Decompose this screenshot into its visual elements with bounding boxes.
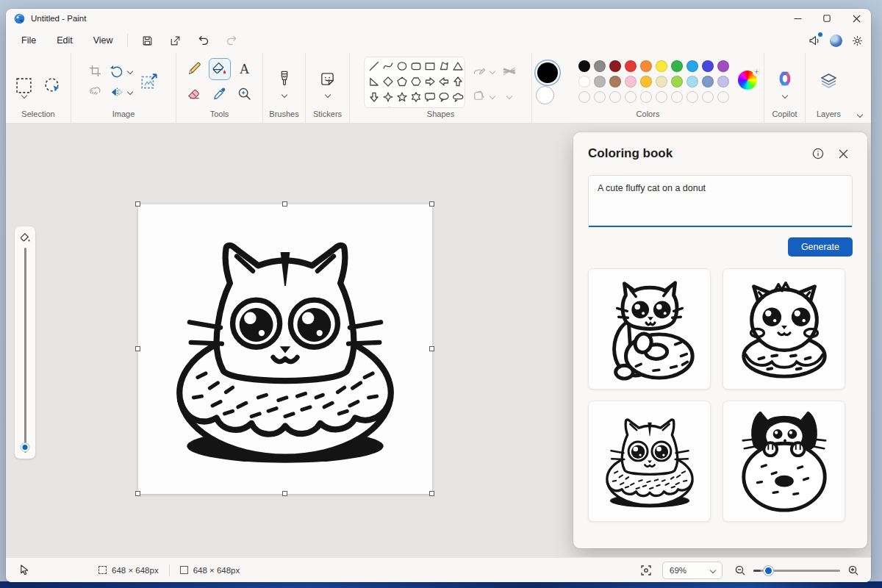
zoom-out-icon[interactable] bbox=[734, 564, 746, 576]
secondary-color-swatch[interactable] bbox=[536, 86, 554, 104]
rotate-dropdown-chevron[interactable] bbox=[127, 68, 133, 74]
feedback-icon[interactable] bbox=[808, 34, 821, 47]
menu-view[interactable]: View bbox=[85, 32, 121, 49]
shape-curve[interactable] bbox=[381, 60, 395, 73]
palette-empty-slot[interactable] bbox=[625, 91, 637, 103]
copilot-icon[interactable] bbox=[775, 69, 795, 88]
menu-edit[interactable]: Edit bbox=[49, 32, 81, 49]
magnifier-icon[interactable] bbox=[237, 86, 252, 101]
zoom-slider[interactable] bbox=[753, 565, 840, 576]
palette-color-swatch[interactable] bbox=[625, 60, 637, 72]
minimize-button[interactable] bbox=[783, 9, 812, 28]
layers-icon[interactable] bbox=[819, 71, 839, 91]
shape-lightning[interactable] bbox=[381, 106, 395, 108]
palette-empty-slot[interactable] bbox=[671, 91, 683, 103]
shape-right-triangle[interactable] bbox=[368, 75, 381, 88]
shape-fill-icon[interactable] bbox=[473, 89, 487, 103]
palette-color-swatch[interactable] bbox=[578, 60, 590, 72]
save-icon[interactable] bbox=[137, 31, 159, 50]
prompt-input[interactable]: A cute fluffy cat on a donut bbox=[588, 175, 853, 227]
zoom-in-icon[interactable] bbox=[847, 564, 859, 576]
brushes-dropdown-chevron[interactable] bbox=[281, 92, 287, 98]
stickers-icon[interactable] bbox=[319, 71, 336, 87]
shape-four-point-star[interactable] bbox=[381, 90, 395, 104]
shape-oval[interactable] bbox=[395, 60, 409, 73]
tolerance-slider-track[interactable] bbox=[24, 248, 26, 453]
primary-color-swatch[interactable] bbox=[537, 62, 558, 83]
palette-color-swatch[interactable] bbox=[702, 60, 714, 72]
palette-color-swatch[interactable] bbox=[717, 60, 729, 72]
eraser-icon[interactable] bbox=[187, 86, 202, 101]
shape-triangle[interactable] bbox=[451, 60, 465, 73]
palette-empty-slot[interactable] bbox=[640, 91, 652, 103]
palette-color-swatch[interactable] bbox=[717, 76, 729, 87]
shape-rounded-speech-bubble[interactable] bbox=[423, 90, 437, 104]
maximize-button[interactable] bbox=[812, 9, 842, 28]
outline-dropdown-chevron[interactable] bbox=[489, 68, 495, 74]
selection-handle-w[interactable] bbox=[135, 346, 140, 351]
eyedropper-icon[interactable] bbox=[212, 86, 227, 101]
shape-six-point-star[interactable] bbox=[409, 90, 423, 104]
settings-gear-icon[interactable] bbox=[851, 35, 864, 47]
shape-left-arrow[interactable] bbox=[437, 75, 451, 88]
selection-handle-ne[interactable] bbox=[429, 201, 434, 207]
tolerance-slider-thumb[interactable] bbox=[21, 443, 29, 451]
selection-handle-nw[interactable] bbox=[135, 201, 140, 207]
redo-icon[interactable] bbox=[220, 31, 243, 50]
brushes-icon[interactable] bbox=[276, 70, 293, 87]
palette-empty-slot[interactable] bbox=[702, 91, 714, 103]
thickness-dropdown-chevron[interactable] bbox=[506, 93, 512, 98]
close-button[interactable] bbox=[842, 9, 871, 28]
palette-color-swatch[interactable] bbox=[640, 76, 652, 87]
fill-dropdown-chevron[interactable] bbox=[489, 93, 495, 98]
zoom-level-dropdown[interactable]: 69% bbox=[662, 562, 723, 579]
shape-rectangle[interactable] bbox=[423, 60, 437, 73]
shape-heart[interactable] bbox=[368, 106, 381, 108]
shape-polygon[interactable] bbox=[437, 60, 451, 73]
copilot-dropdown-chevron[interactable] bbox=[781, 93, 787, 98]
shape-five-point-star[interactable] bbox=[395, 90, 409, 104]
drawing-canvas[interactable] bbox=[138, 204, 432, 494]
shape-cloud-speech-bubble[interactable] bbox=[451, 90, 465, 104]
generate-button[interactable]: Generate bbox=[788, 237, 853, 257]
palette-color-swatch[interactable] bbox=[656, 76, 667, 87]
zoom-slider-thumb[interactable] bbox=[764, 566, 773, 576]
text-tool-icon[interactable]: A bbox=[240, 61, 250, 77]
palette-empty-slot[interactable] bbox=[717, 91, 729, 103]
thumbnail-4[interactable] bbox=[723, 401, 845, 522]
pencil-icon[interactable] bbox=[187, 61, 202, 76]
palette-color-swatch[interactable] bbox=[686, 76, 698, 87]
palette-empty-slot[interactable] bbox=[686, 91, 698, 103]
ribbon-collapse-chevron[interactable] bbox=[857, 112, 863, 118]
selection-handle-n[interactable] bbox=[282, 201, 287, 207]
flip-dropdown-chevron[interactable] bbox=[127, 88, 133, 94]
edit-colors-wheel-icon[interactable]: + bbox=[738, 71, 760, 93]
palette-color-swatch[interactable] bbox=[594, 76, 606, 87]
selection-handle-se[interactable] bbox=[429, 491, 434, 496]
shape-hexagon[interactable] bbox=[409, 75, 423, 88]
palette-color-swatch[interactable] bbox=[686, 60, 698, 72]
shape-line[interactable] bbox=[368, 60, 381, 73]
shape-up-arrow[interactable] bbox=[451, 75, 465, 88]
selection-handle-s[interactable] bbox=[282, 491, 287, 496]
palette-color-swatch[interactable] bbox=[702, 76, 714, 87]
panel-close-icon[interactable] bbox=[833, 144, 853, 163]
shape-diamond[interactable] bbox=[381, 75, 395, 88]
shape-right-arrow[interactable] bbox=[423, 75, 437, 88]
info-icon[interactable] bbox=[808, 144, 828, 163]
palette-color-swatch[interactable] bbox=[609, 60, 621, 72]
shape-outline-icon[interactable] bbox=[473, 65, 487, 79]
selection-handle-e[interactable] bbox=[429, 346, 434, 351]
flip-icon[interactable] bbox=[110, 85, 124, 99]
thumbnail-3[interactable] bbox=[588, 401, 711, 522]
palette-color-swatch[interactable] bbox=[625, 76, 637, 87]
palette-color-swatch[interactable] bbox=[578, 76, 590, 87]
thumbnail-2[interactable] bbox=[723, 268, 845, 390]
shape-rounded-rectangle[interactable] bbox=[409, 60, 423, 73]
palette-color-swatch[interactable] bbox=[656, 60, 667, 72]
fit-to-screen-icon[interactable] bbox=[640, 564, 652, 576]
palette-empty-slot[interactable] bbox=[609, 91, 621, 103]
shape-pentagon[interactable] bbox=[395, 75, 409, 88]
palette-color-swatch[interactable] bbox=[671, 76, 683, 87]
palette-color-swatch[interactable] bbox=[640, 60, 652, 72]
